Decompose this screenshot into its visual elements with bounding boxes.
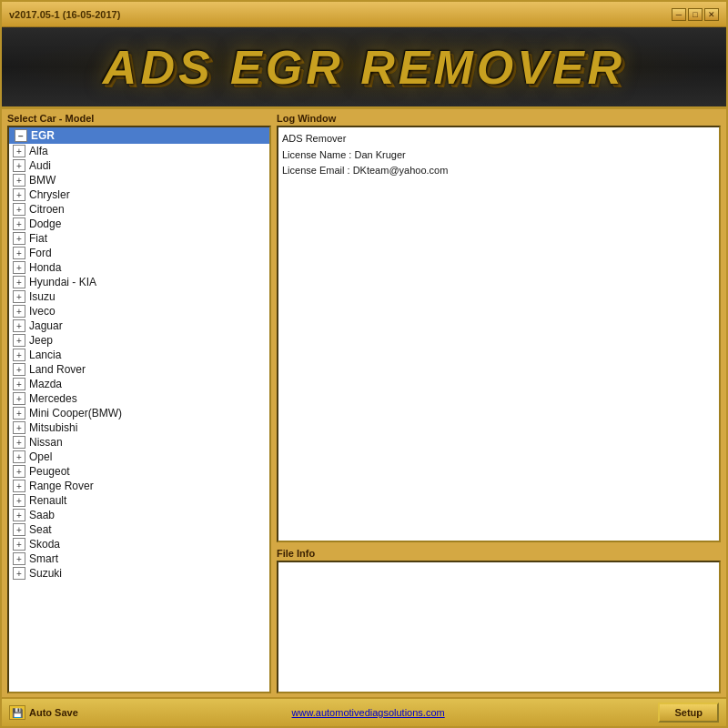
car-label: Nissan [29, 436, 63, 449]
expand-icon[interactable]: + [13, 290, 25, 303]
root-label: EGR [31, 129, 55, 142]
car-label: Mercedes [29, 392, 77, 405]
car-label: Opel [29, 450, 52, 463]
tree-item[interactable]: + Jaguar [9, 318, 269, 333]
expand-icon[interactable]: + [13, 450, 25, 463]
tree-item[interactable]: + Mazda [9, 377, 269, 391]
collapse-icon[interactable]: − [15, 129, 27, 142]
tree-item[interactable]: + Honda [9, 260, 269, 275]
tree-item[interactable]: + Chrysler [9, 187, 269, 202]
expand-icon[interactable]: + [13, 217, 25, 230]
car-label: Honda [29, 261, 61, 274]
expand-icon[interactable]: + [13, 232, 25, 245]
tree-item[interactable]: + Isuzu [9, 289, 269, 304]
tree-item[interactable]: + Saab [9, 508, 269, 522]
tree-item[interactable]: + Fiat [9, 231, 269, 246]
tree-item[interactable]: + Opel [9, 450, 269, 464]
tree-item[interactable]: + Mini Cooper(BMW) [9, 406, 269, 420]
car-label: Land Rover [29, 363, 86, 376]
tree-item[interactable]: + Iveco [9, 304, 269, 318]
car-label: Ford [29, 247, 52, 259]
minimize-button[interactable]: ─ [672, 8, 686, 21]
auto-save-label: Auto Save [29, 707, 78, 718]
file-info-content [277, 561, 721, 693]
car-label: Isuzu [29, 290, 56, 303]
expand-icon[interactable]: + [13, 509, 25, 521]
expand-icon[interactable]: + [13, 174, 25, 187]
expand-icon[interactable]: + [13, 188, 25, 201]
close-button[interactable]: ✕ [704, 8, 719, 21]
left-panel: Select Car - Model − EGR + Alfa + Audi +… [7, 113, 271, 693]
tree-item[interactable]: + Range Rover [9, 479, 269, 493]
maximize-button[interactable]: □ [688, 8, 703, 21]
tree-item[interactable]: + Mercedes [9, 391, 269, 406]
tree-item[interactable]: + Seat [9, 522, 269, 537]
setup-button[interactable]: Setup [658, 703, 719, 723]
tree-item[interactable]: + Audi [9, 158, 269, 173]
expand-icon[interactable]: + [13, 567, 25, 580]
tree-item[interactable]: + Peugeot [9, 464, 269, 479]
bottom-bar: 💾 Auto Save www.automotivediagsolutions.… [2, 697, 726, 726]
log-window-label: Log Window [277, 113, 721, 124]
log-line: License Email : DKteam@yahoo.com [282, 163, 715, 179]
tree-item[interactable]: + Renault [9, 493, 269, 508]
car-label: Audi [29, 159, 51, 172]
save-icon: 💾 [9, 705, 25, 720]
log-content: ADS RemoverLicense Name : Dan KrugerLice… [277, 126, 721, 542]
website-link[interactable]: www.automotivediagsolutions.com [292, 707, 445, 718]
tree-root-egr[interactable]: − EGR [9, 127, 269, 144]
car-label: Lancia [29, 349, 61, 361]
expand-icon[interactable]: + [13, 305, 25, 318]
expand-icon[interactable]: + [13, 436, 25, 449]
auto-save-area: 💾 Auto Save [9, 705, 78, 720]
tree-item[interactable]: + Nissan [9, 435, 269, 450]
car-tree[interactable]: − EGR + Alfa + Audi + BMW + Chrysler + C… [7, 126, 271, 693]
expand-icon[interactable]: + [13, 203, 25, 216]
car-label: Alfa [29, 145, 48, 157]
car-label: Chrysler [29, 188, 70, 201]
tree-item[interactable]: + Lancia [9, 348, 269, 362]
window-controls: ─ □ ✕ [672, 8, 719, 21]
expand-icon[interactable]: + [13, 480, 25, 492]
tree-item[interactable]: + Skoda [9, 537, 269, 551]
expand-icon[interactable]: + [13, 349, 25, 361]
expand-icon[interactable]: + [13, 363, 25, 376]
expand-icon[interactable]: + [13, 552, 25, 565]
expand-icon[interactable]: + [13, 159, 25, 172]
window-title: v2017.05-1 (16-05-2017) [9, 9, 120, 20]
car-label: Smart [29, 552, 58, 565]
expand-icon[interactable]: + [13, 145, 25, 157]
expand-icon[interactable]: + [13, 392, 25, 405]
expand-icon[interactable]: + [13, 247, 25, 259]
tree-item[interactable]: + Hyundai - KIA [9, 275, 269, 289]
tree-item[interactable]: + Mitsubishi [9, 420, 269, 435]
expand-icon[interactable]: + [13, 319, 25, 332]
tree-item[interactable]: + BMW [9, 173, 269, 187]
tree-item[interactable]: + Land Rover [9, 362, 269, 377]
tree-item[interactable]: + Smart [9, 551, 269, 566]
expand-icon[interactable]: + [13, 494, 25, 507]
expand-icon[interactable]: + [13, 407, 25, 420]
logo-header: ADS EGR REMOVER [2, 27, 726, 109]
expand-icon[interactable]: + [13, 261, 25, 274]
expand-icon[interactable]: + [13, 421, 25, 434]
tree-item[interactable]: + Jeep [9, 333, 269, 348]
car-label: Fiat [29, 232, 47, 245]
tree-item[interactable]: + Ford [9, 246, 269, 260]
tree-item[interactable]: + Alfa [9, 144, 269, 158]
expand-icon[interactable]: + [13, 276, 25, 288]
car-label: Jeep [29, 334, 53, 347]
car-label: BMW [29, 174, 56, 187]
expand-icon[interactable]: + [13, 378, 25, 390]
tree-item[interactable]: + Dodge [9, 217, 269, 231]
car-label: Range Rover [29, 480, 94, 492]
expand-icon[interactable]: + [13, 523, 25, 536]
car-list: + Alfa + Audi + BMW + Chrysler + Citroen… [9, 144, 269, 581]
expand-icon[interactable]: + [13, 334, 25, 347]
expand-icon[interactable]: + [13, 538, 25, 551]
expand-icon[interactable]: + [13, 465, 25, 478]
tree-item[interactable]: + Suzuki [9, 566, 269, 581]
tree-item[interactable]: + Citroen [9, 202, 269, 217]
car-label: Saab [29, 509, 55, 521]
car-label: Seat [29, 523, 52, 536]
